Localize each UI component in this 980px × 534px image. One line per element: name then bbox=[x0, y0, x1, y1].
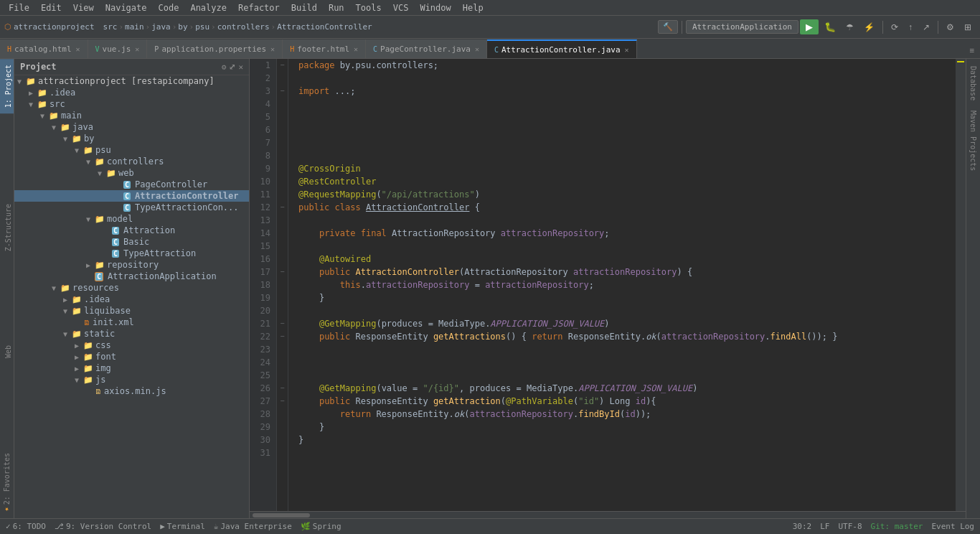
encoding[interactable]: UTF-8 bbox=[838, 522, 862, 531]
menu-run[interactable]: Run bbox=[323, 1, 350, 14]
menu-analyze[interactable]: Analyze bbox=[184, 1, 232, 14]
menu-build[interactable]: Build bbox=[286, 1, 323, 14]
breadcrumb-controller[interactable]: AttractionController bbox=[277, 22, 372, 32]
close-tab-footer[interactable]: ✕ bbox=[354, 45, 358, 53]
fold-22[interactable]: − bbox=[277, 330, 288, 343]
line-separator[interactable]: LF bbox=[820, 522, 829, 531]
tree-item-idea[interactable]: ▶ 📁 .idea bbox=[14, 87, 249, 98]
layout-button[interactable]: ⊞ bbox=[960, 20, 976, 34]
menu-file[interactable]: File bbox=[3, 1, 35, 14]
sidebar-settings-icon[interactable]: ⚙ bbox=[222, 62, 227, 72]
menu-tools[interactable]: Tools bbox=[350, 1, 387, 14]
tree-item-attractionapplication[interactable]: ▶ C AttractionApplication bbox=[14, 271, 249, 282]
tree-item-attractionproject[interactable]: ▼ 📁 attractionproject [restapicompany] bbox=[14, 75, 249, 87]
coverage-button[interactable]: ☂ bbox=[842, 20, 858, 34]
fold-3[interactable]: − bbox=[277, 85, 288, 98]
tree-item-static[interactable]: ▼ 📁 static bbox=[14, 328, 249, 339]
maven-panel-button[interactable]: Maven Projects bbox=[968, 106, 979, 175]
fold-1[interactable]: − bbox=[277, 59, 288, 72]
tree-item-css[interactable]: ▶ 📁 css bbox=[14, 339, 249, 351]
vcs-status[interactable]: ⎇ 9: Version Control bbox=[55, 522, 151, 531]
breadcrumb-main[interactable]: main bbox=[125, 22, 144, 32]
tab-vue-js[interactable]: V vue.js ✕ bbox=[88, 39, 148, 58]
menu-vcs[interactable]: VCS bbox=[387, 1, 415, 14]
close-tab-page[interactable]: ✕ bbox=[475, 45, 479, 53]
tree-item-model[interactable]: ▼ 📁 model bbox=[14, 213, 249, 225]
fold-27[interactable]: − bbox=[277, 395, 288, 408]
vcs-branch[interactable]: Git: master bbox=[871, 522, 923, 531]
close-tab-attraction[interactable]: ✕ bbox=[625, 46, 629, 54]
tree-item-initxml[interactable]: ▶ 🗎 init.xml bbox=[14, 317, 249, 328]
cursor-position[interactable]: 30:2 bbox=[793, 522, 812, 531]
tree-item-basic[interactable]: ▶ C Basic bbox=[14, 236, 249, 248]
tree-item-pagecontroller[interactable]: ▶ C PageController bbox=[14, 179, 249, 190]
favorites-panel-button[interactable]: ★ 2: Favorites bbox=[0, 449, 14, 518]
profile-button[interactable]: ⚡ bbox=[859, 20, 879, 34]
close-tab-vue[interactable]: ✕ bbox=[135, 45, 139, 53]
tree-item-img[interactable]: ▶ 📁 img bbox=[14, 362, 249, 374]
breadcrumb-java[interactable]: java bbox=[151, 22, 171, 32]
vcs-push-button[interactable]: ↗ bbox=[918, 20, 934, 34]
tree-item-by[interactable]: ▼ 📁 by bbox=[14, 133, 249, 144]
tree-item-font[interactable]: ▶ 📁 font bbox=[14, 351, 249, 362]
fold-17[interactable]: − bbox=[277, 266, 288, 278]
tab-page-controller[interactable]: C PageController.java ✕ bbox=[366, 39, 487, 58]
run-config-selector[interactable]: AttractionApplication bbox=[686, 20, 798, 34]
web-panel-button[interactable]: Web bbox=[0, 341, 14, 362]
vcs-update-button[interactable]: ⟳ bbox=[887, 20, 903, 34]
tree-item-java[interactable]: ▼ 📁 java bbox=[14, 121, 249, 133]
hscroll-thumb[interactable] bbox=[253, 513, 310, 517]
menu-code[interactable]: Code bbox=[153, 1, 185, 14]
tree-item-typeattraction[interactable]: ▶ C TypeAttractionCon... bbox=[14, 202, 249, 213]
event-log[interactable]: Event Log bbox=[931, 522, 974, 531]
menu-help[interactable]: Help bbox=[457, 1, 489, 14]
todo-status[interactable]: ✓ 6: TODO bbox=[6, 522, 46, 531]
breadcrumb-controllers[interactable]: controllers bbox=[217, 22, 270, 32]
fold-21[interactable]: − bbox=[277, 317, 288, 330]
fold-12[interactable]: − bbox=[277, 201, 288, 214]
close-tab-props[interactable]: ✕ bbox=[270, 45, 275, 53]
breadcrumb-src[interactable]: src bbox=[103, 22, 118, 32]
sidebar-close-icon[interactable]: ✕ bbox=[238, 62, 243, 72]
tree-item-controllers[interactable]: ▼ 📁 controllers bbox=[14, 156, 249, 167]
close-tab-catalog[interactable]: ✕ bbox=[76, 45, 80, 53]
tree-item-attraction[interactable]: ▶ C Attraction bbox=[14, 225, 249, 236]
database-panel-button[interactable]: Database bbox=[968, 62, 979, 105]
tree-item-attractioncontroller[interactable]: ▶ C AttractionController bbox=[14, 190, 249, 202]
menu-edit[interactable]: Edit bbox=[35, 1, 67, 14]
tab-catalog-html[interactable]: H catalog.html ✕ bbox=[0, 39, 88, 58]
tree-item-psu[interactable]: ▼ 📁 psu bbox=[14, 144, 249, 156]
editor-scroll-indicator[interactable] bbox=[956, 59, 966, 511]
tree-item-idea2[interactable]: ▶ 📁 .idea bbox=[14, 294, 249, 305]
tree-item-liquibase[interactable]: ▼ 📁 liquibase bbox=[14, 305, 249, 317]
structure-panel-button[interactable]: Z-Structure bbox=[0, 200, 14, 256]
breadcrumb-psu[interactable]: psu bbox=[195, 22, 209, 32]
sidebar-expand-icon[interactable]: ⤢ bbox=[229, 62, 235, 72]
tab-attraction-controller[interactable]: C AttractionController.java ✕ bbox=[487, 39, 637, 58]
tree-item-web[interactable]: ▼ 📁 web bbox=[14, 167, 249, 179]
menu-refactor[interactable]: Refactor bbox=[232, 1, 286, 14]
build-button[interactable]: 🔨 bbox=[658, 20, 678, 34]
vcs-commit-button[interactable]: ↑ bbox=[904, 20, 917, 34]
project-panel-button[interactable]: 1: Project bbox=[0, 59, 14, 113]
spring-status[interactable]: 🌿 Spring bbox=[301, 522, 341, 531]
menu-navigate[interactable]: Navigate bbox=[100, 1, 153, 14]
tree-item-repository[interactable]: ▶ 📁 repository bbox=[14, 259, 249, 271]
tree-item-resources[interactable]: ▼ 📁 resources bbox=[14, 282, 249, 294]
breadcrumb-by[interactable]: by bbox=[178, 22, 187, 32]
horizontal-scrollbar[interactable] bbox=[250, 511, 966, 518]
tree-item-typeattraction-model[interactable]: ▶ C TypeAttraction bbox=[14, 248, 249, 259]
code-editor[interactable]: package by.psu.controllers; import ...; … bbox=[288, 59, 956, 511]
recent-files-button[interactable]: ≡ bbox=[963, 43, 980, 58]
tree-item-main[interactable]: ▼ 📁 main bbox=[14, 110, 249, 121]
settings-button[interactable]: ⚙ bbox=[942, 20, 958, 34]
run-button[interactable]: ▶ bbox=[800, 19, 819, 34]
tree-item-js[interactable]: ▼ 📁 js bbox=[14, 374, 249, 385]
tab-footer-html[interactable]: H footer.html ✕ bbox=[283, 39, 366, 58]
terminal-status[interactable]: ▶ Terminal bbox=[160, 522, 205, 531]
menu-view[interactable]: View bbox=[67, 1, 100, 14]
tree-item-axiosminjs[interactable]: ▶ 🗎 axios.min.js bbox=[14, 385, 249, 397]
debug-button[interactable]: 🐛 bbox=[820, 19, 840, 34]
enterprise-status[interactable]: ☕ Java Enterprise bbox=[214, 522, 292, 531]
fold-26[interactable]: − bbox=[277, 382, 288, 395]
